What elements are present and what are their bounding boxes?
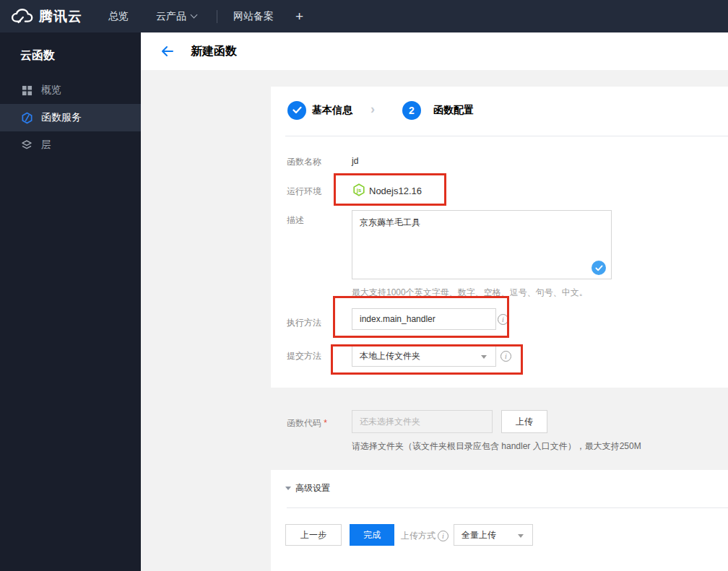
select-caret-icon (518, 534, 524, 538)
step1-label[interactable]: 基本信息 (312, 104, 352, 117)
required-asterisk: * (324, 418, 327, 428)
submit-method-value: 本地上传文件夹 (360, 350, 420, 362)
step2-number-circle: 2 (402, 101, 421, 120)
svg-text:js: js (356, 187, 361, 193)
nav-item-overview[interactable]: 总览 (108, 10, 129, 23)
submit-method-info-icon[interactable]: i (500, 351, 511, 362)
finish-button[interactable]: 完成 (350, 524, 394, 546)
step2-label: 函数配置 (433, 104, 474, 117)
sidebar-item-label: 层 (41, 139, 51, 152)
folder-path-input[interactable] (352, 410, 493, 433)
function-code-label: 函数代码 * (287, 417, 327, 430)
step1-done-circle (287, 101, 306, 120)
page-header: 新建函数 (141, 32, 728, 70)
chevron-down-icon (191, 12, 198, 19)
back-arrow-icon[interactable] (160, 45, 175, 58)
scf-hexagon-icon (20, 111, 33, 124)
cloud-logo-icon (10, 7, 33, 26)
function-name-value: jd (352, 156, 358, 166)
brand-name: 腾讯云 (39, 7, 82, 26)
upload-mode-label-text: 上传方式 (401, 530, 436, 542)
nav-item-products[interactable]: 云产品 (156, 10, 196, 23)
triangle-down-icon (285, 487, 291, 490)
nav-divider (217, 10, 217, 23)
handler-input[interactable] (352, 308, 496, 330)
runtime-label: 运行环境 (287, 186, 321, 198)
valid-check-circle-icon (592, 261, 606, 275)
upload-mode-select[interactable]: 全量上传 (454, 524, 533, 546)
advanced-settings-toggle[interactable]: 高级设置 (285, 482, 330, 494)
check-icon (292, 105, 302, 116)
sidebar-item-label: 概览 (41, 84, 61, 97)
runtime-value: Nodejs12.16 (369, 186, 422, 196)
upload-mode-label: 上传方式 i (401, 530, 448, 542)
submit-method-label: 提交方法 (287, 350, 321, 362)
add-tab-button[interactable]: + (295, 9, 303, 25)
sidebar-item-overview[interactable]: 概览 (0, 77, 141, 104)
layers-icon (20, 139, 33, 152)
previous-step-button[interactable]: 上一步 (285, 524, 342, 546)
nav-products-label: 云产品 (156, 10, 186, 23)
create-function-card: 基本信息 › 2 函数配置 函数名称 jd 运行环境 js Nodejs12.1… (271, 87, 728, 571)
handler-info-icon[interactable]: i (498, 314, 508, 325)
nav-item-icp[interactable]: 网站备案 (233, 10, 274, 23)
sidebar-title: 云函数 (0, 32, 141, 77)
nodejs-icon: js (352, 183, 365, 199)
sidebar: 云函数 概览 函数服务 层 (0, 32, 141, 571)
sidebar-item-layer[interactable]: 层 (0, 131, 141, 159)
function-code-label-text: 函数代码 (287, 418, 321, 428)
advanced-divider (287, 507, 728, 508)
description-label: 描述 (287, 214, 304, 227)
handler-label: 执行方法 (287, 317, 321, 329)
submit-method-select[interactable]: 本地上传文件夹 (352, 345, 496, 367)
steps-divider (285, 136, 728, 136)
description-hint: 最大支持1000个英文字母、数字、空格、逗号、句号、中文。 (352, 287, 588, 299)
top-navbar: 腾讯云 总览 云产品 网站备案 + (0, 0, 728, 32)
grid-icon (20, 84, 33, 97)
page-title: 新建函数 (191, 44, 237, 59)
sidebar-item-label: 函数服务 (41, 111, 82, 124)
sidebar-item-function-service[interactable]: 函数服务 (0, 104, 141, 131)
folder-note: 请选择文件夹（该文件夹根目录应包含 handler 入口文件），最大支持250M (352, 440, 641, 453)
description-textarea[interactable]: 京东薅羊毛工具 (352, 210, 612, 279)
upload-mode-value: 全量上传 (462, 529, 496, 541)
advanced-settings-label: 高级设置 (295, 482, 330, 494)
select-caret-icon (481, 355, 487, 359)
function-name-label: 函数名称 (287, 156, 321, 168)
tencent-cloud-logo[interactable]: 腾讯云 (10, 7, 82, 26)
upload-button[interactable]: 上传 (501, 410, 547, 433)
upload-mode-info-icon[interactable]: i (438, 531, 448, 541)
function-code-section: 函数代码 * 上传 请选择文件夹（该文件夹根目录应包含 handler 入口文件… (271, 388, 728, 470)
step-chevron-icon: › (370, 102, 375, 117)
